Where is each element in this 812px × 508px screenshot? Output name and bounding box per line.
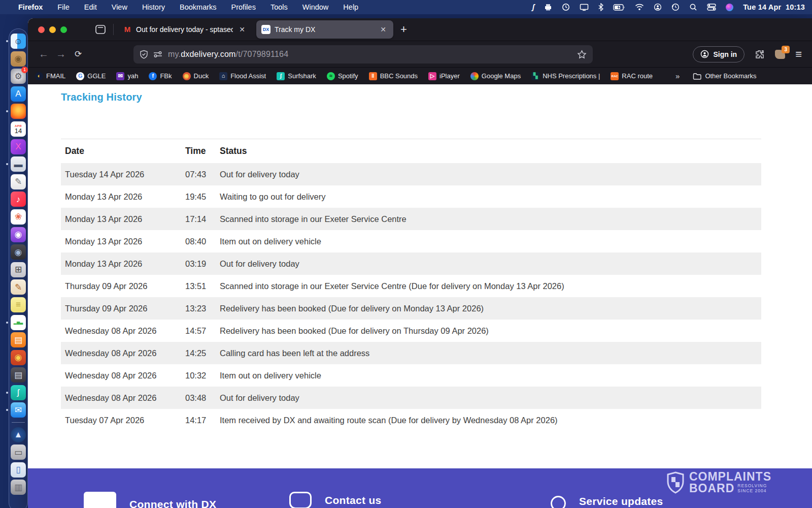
bookmark-duck[interactable]: ◉Duck — [183, 72, 209, 80]
dock-books-icon[interactable]: ▤ — [11, 332, 26, 347]
column-header-date: Date — [61, 139, 181, 164]
zoom-window-button[interactable] — [60, 26, 67, 33]
battery-icon[interactable] — [613, 4, 625, 11]
flood-assist-icon: ⌂ — [219, 72, 227, 80]
back-button[interactable]: ← — [35, 48, 52, 60]
extension-button[interactable]: 3 — [775, 50, 785, 59]
dock-media-app-icon[interactable]: ▬ — [11, 156, 26, 172]
dock-image-editor-icon[interactable]: ✎ — [11, 279, 26, 295]
display-icon[interactable] — [580, 4, 589, 11]
bookmarks-overflow-chevron[interactable]: » — [675, 72, 679, 80]
sign-in-button[interactable]: Sign in — [693, 46, 745, 62]
table-header-row: Date Time Status — [61, 139, 761, 164]
dock-surfshark-app-icon[interactable]: ʃ — [11, 385, 26, 400]
dock-printer-utility-icon[interactable]: ▭ — [11, 444, 26, 460]
url-text: my.dxdelivery.com/t/7079891164 — [168, 50, 288, 59]
bluetooth-icon[interactable] — [598, 3, 603, 11]
permissions-icon[interactable] — [153, 51, 163, 58]
dock-calendar-icon[interactable]: APR14 — [11, 121, 26, 137]
menu-window[interactable]: Window — [302, 3, 329, 11]
dock-mountain-utility-icon[interactable]: ▲ — [11, 427, 26, 442]
footer-link-contact-us[interactable]: Contact us — [289, 492, 382, 508]
duck-icon: ◉ — [183, 72, 191, 80]
tab-overview-icon[interactable] — [95, 24, 106, 35]
dock-numbers-chart-icon[interactable]: ▂▅▃ — [11, 315, 26, 330]
menu-file[interactable]: File — [57, 3, 69, 11]
close-tab-icon[interactable]: ✕ — [378, 24, 388, 35]
cell-date: Monday 13 Apr 2026 — [61, 252, 181, 275]
new-tab-button[interactable]: + — [400, 23, 407, 36]
menu-firefox[interactable]: Firefox — [18, 3, 43, 11]
bookmark-spotify[interactable]: ≈Spotify — [327, 72, 358, 80]
footer-link-connect-with-dx[interactable]: Connect with DX — [84, 492, 216, 508]
bookmark-flood-assist[interactable]: ⌂Flood Assist — [219, 72, 266, 80]
menu-view[interactable]: View — [112, 3, 127, 11]
dock-trash-icon[interactable]: ▥ — [11, 480, 26, 495]
bookmark-nhs-prescriptions-[interactable]: ▚NHS Prescriptions | — [531, 72, 600, 80]
dock-music-icon[interactable]: ♪ — [11, 192, 26, 207]
dock-documents-stack-icon[interactable]: ▯ — [11, 462, 26, 478]
dock-system-settings-icon[interactable]: ⚙1 — [11, 69, 26, 84]
dock-duckduckgo-icon[interactable]: ◉ — [11, 350, 26, 365]
bookmark-yah[interactable]: ✉yah — [116, 72, 138, 80]
tab-track-my-dx[interactable]: DX Track my DX ✕ — [256, 20, 393, 39]
extensions-puzzle-icon[interactable] — [755, 49, 765, 59]
menu-profiles[interactable]: Profiles — [231, 3, 256, 11]
chat-bubble-icon — [289, 492, 312, 508]
wifi-icon[interactable] — [635, 4, 644, 11]
other-bookmarks-button[interactable]: Other Bookmarks — [693, 72, 756, 80]
dock-finder-icon[interactable]: ☺ — [11, 34, 26, 49]
time-machine-icon[interactable] — [671, 3, 680, 11]
minimize-window-button[interactable] — [49, 26, 56, 33]
dock-firefox-icon[interactable] — [11, 104, 26, 119]
dock-podcasts-icon[interactable]: ◉ — [11, 227, 26, 242]
dock-mail-icon[interactable]: ✉ — [11, 402, 26, 418]
clock-icon[interactable] — [562, 3, 570, 11]
bookmark-surfshark[interactable]: ʃSurfshark — [277, 72, 316, 80]
cell-time: 14:17 — [181, 409, 216, 431]
bookmark-rac-route[interactable]: RACRAC route — [611, 72, 653, 80]
dock-app-store-icon[interactable]: A — [11, 86, 26, 102]
bookmark-label: RAC route — [622, 72, 653, 80]
dock-photos-icon[interactable]: ❀ — [11, 209, 26, 225]
reload-button[interactable]: ⟳ — [70, 49, 87, 59]
dock-stickies-icon[interactable]: ≡ — [11, 297, 26, 312]
cell-date: Wednesday 08 Apr 2026 — [61, 320, 181, 342]
bookmark-star-icon[interactable] — [577, 50, 587, 59]
close-window-button[interactable] — [38, 26, 45, 33]
menu-bookmarks[interactable]: Bookmarks — [180, 3, 217, 11]
search-icon[interactable] — [689, 3, 697, 11]
bookmark-bbc-sounds[interactable]: ‖BBC Sounds — [369, 72, 418, 80]
footer-link-service-updates[interactable]: Service updates — [551, 492, 663, 508]
cell-date: Wednesday 08 Apr 2026 — [61, 387, 181, 409]
dock-calculator-icon[interactable]: ⊞ — [11, 262, 26, 277]
dock-contacts-icon[interactable]: ◉ — [11, 51, 26, 67]
dock-scanner-icon[interactable]: ▤ — [11, 367, 26, 383]
control-center-icon[interactable] — [707, 4, 716, 11]
forward-button[interactable]: → — [52, 48, 70, 60]
bookmark-google-maps[interactable]: Google Maps — [470, 72, 521, 80]
menu-hamburger-icon[interactable]: ≡ — [795, 48, 802, 61]
account-icon[interactable] — [654, 3, 662, 11]
bookmark-fbk[interactable]: fFBk — [149, 72, 172, 80]
close-tab-icon[interactable]: ✕ — [237, 24, 247, 35]
fmail-icon: ◐ — [35, 72, 43, 80]
dock-textedit-icon[interactable]: ✎ — [11, 174, 26, 189]
dock-photo-booth-icon[interactable]: ◉ — [11, 244, 26, 260]
bookmark-label: Spotify — [338, 72, 358, 80]
url-bar[interactable]: my.dxdelivery.com/t/7079891164 — [133, 45, 593, 64]
tab-gmail[interactable]: M Out for delivery today - sptasec ✕ — [118, 20, 252, 39]
siri-icon[interactable] — [726, 4, 733, 11]
surfshark-menu-icon[interactable]: ʃ — [532, 3, 534, 11]
dock-x-app-icon[interactable]: X — [11, 139, 26, 154]
bookmark-fmail[interactable]: ◐FMAIL — [35, 72, 65, 80]
menu-history[interactable]: History — [142, 3, 165, 11]
printer-icon[interactable] — [544, 4, 552, 11]
bookmark-iplayer[interactable]: ▷iPlayer — [428, 72, 460, 80]
menu-bar-clock[interactable]: Tue 14 Apr 10:13 — [743, 3, 805, 11]
bookmark-ggle[interactable]: GGGLE — [76, 72, 106, 80]
menu-edit[interactable]: Edit — [84, 3, 97, 11]
menu-help[interactable]: Help — [343, 3, 358, 11]
shield-icon[interactable] — [140, 50, 148, 59]
menu-tools[interactable]: Tools — [270, 3, 288, 11]
